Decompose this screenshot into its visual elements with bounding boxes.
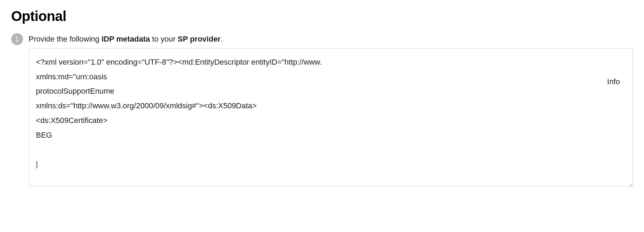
idp-metadata-content[interactable]: <?xml version="1.0" encoding="UTF-8"?><m… — [29, 49, 632, 187]
step-row: 1 Provide the following IDP metadata to … — [11, 34, 633, 187]
instruction-text-mid: to your — [150, 35, 177, 43]
info-label: Info — [607, 77, 620, 86]
step-instruction: Provide the following IDP metadata to yo… — [29, 34, 633, 45]
step-number-badge: 1 — [11, 33, 23, 45]
idp-metadata-textarea[interactable]: <?xml version="1.0" encoding="UTF-8"?><m… — [29, 48, 633, 187]
instruction-bold-sp: SP provider — [178, 35, 221, 43]
section-title: Optional — [11, 8, 633, 24]
instruction-bold-idp: IDP metadata — [101, 35, 150, 43]
instruction-text-suffix: . — [221, 35, 223, 43]
instruction-text-prefix: Provide the following — [29, 35, 101, 43]
step-content: Provide the following IDP metadata to yo… — [29, 34, 633, 187]
